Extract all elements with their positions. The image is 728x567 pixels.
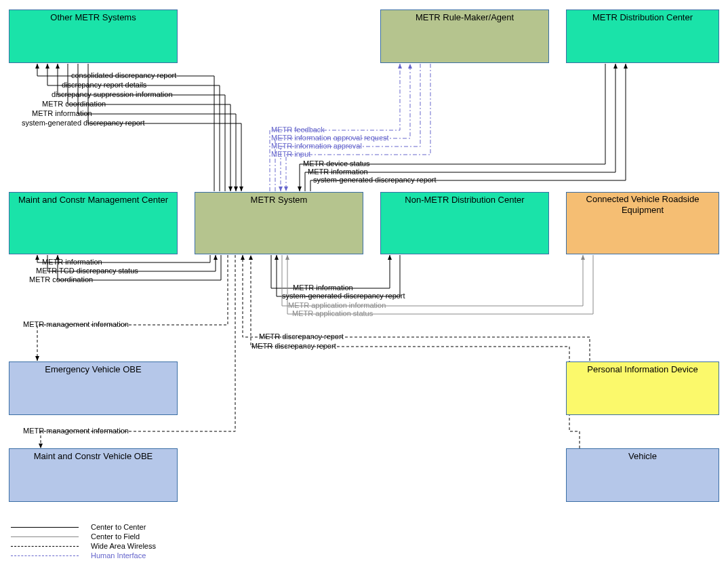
box-metr-distribution[interactable]: METR Distribution Center	[566, 9, 719, 63]
flow-metr-tcd-discrepancy: METR TCD discrepancy status	[36, 267, 138, 275]
box-metr-system[interactable]: METR System	[195, 192, 363, 254]
flow-metr-coordination-1: METR coordination	[42, 100, 106, 108]
box-maint-constr-vehicle-obe[interactable]: Maint and Constr Vehicle OBE	[9, 448, 178, 502]
box-cvre[interactable]: Connected Vehicle Roadside Equipment	[566, 192, 719, 254]
box-maint-constr-center[interactable]: Maint and Constr Management Center	[9, 192, 178, 254]
flow-metr-discrepancy-1: METR discrepancy report	[259, 332, 344, 340]
flow-metr-app-info: METR application information	[288, 301, 386, 309]
box-emergency-vehicle-obe[interactable]: Emergency Vehicle OBE	[9, 361, 178, 415]
box-personal-info-device[interactable]: Personal Information Device	[566, 361, 719, 415]
legend-center-to-field: Center to Field	[11, 532, 156, 541]
flow-metr-information-2: METR information	[308, 168, 368, 176]
flow-metr-info-approval-req: METR information approval request	[271, 134, 389, 142]
flow-discrepancy-details: discrepancy report details	[62, 81, 146, 89]
flow-metr-info-approval: METR information approval	[271, 142, 362, 150]
flow-metr-input: METR input	[271, 150, 310, 158]
flow-consolidated-discrepancy: consolidated discrepancy report	[71, 71, 176, 79]
legend-wide-area-wireless: Wide Area Wireless	[11, 541, 156, 551]
box-metr-rule-maker[interactable]: METR Rule-Maker/Agent	[380, 9, 549, 63]
flow-sys-discrepancy-3: system-generated discrepancy report	[282, 292, 405, 300]
flow-sys-discrepancy-2: system-generated discrepancy report	[313, 176, 437, 184]
legend-center-to-center: Center to Center	[11, 522, 156, 532]
flow-sys-discrepancy-1: system-generated discrepancy report	[22, 119, 145, 127]
flow-metr-app-status: METR application status	[292, 309, 373, 317]
legend-human-interface: Human Interface	[11, 551, 156, 560]
flow-metr-mgmt-info-1: METR management information	[23, 320, 129, 328]
flow-metr-feedback: METR feedback	[271, 125, 325, 134]
flow-metr-information-4: METR information	[293, 284, 353, 292]
box-vehicle[interactable]: Vehicle	[566, 448, 719, 502]
flow-metr-coordination-2: METR coordination	[29, 275, 93, 284]
flow-metr-mgmt-info-2: METR management information	[23, 427, 129, 435]
flow-discrepancy-suppression: discrepancy suppression information	[52, 90, 173, 98]
flow-metr-device-status: METR device status	[303, 159, 369, 168]
box-other-metr-systems[interactable]: Other METR Systems	[9, 9, 178, 63]
box-non-metr-dist[interactable]: Non-METR Distribution Center	[380, 192, 549, 254]
flow-metr-discrepancy-2: METR discrepancy report	[251, 342, 336, 350]
flow-metr-information-1: METR information	[32, 109, 92, 117]
legend: Center to Center Center to Field Wide Ar…	[11, 522, 156, 560]
flow-metr-information-3: METR information	[42, 258, 102, 266]
